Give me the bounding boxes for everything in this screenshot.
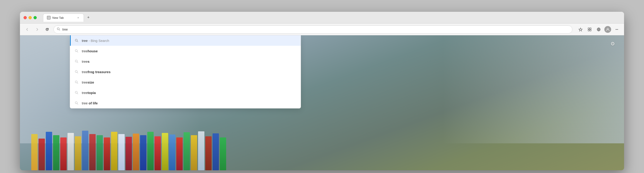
svg-line-21 (77, 62, 78, 63)
svg-rect-2 (49, 16, 50, 18)
dropdown-item-text-0: tree - Bing Search (82, 39, 109, 42)
traffic-lights (24, 16, 37, 19)
svg-rect-4 (49, 18, 50, 19)
svg-line-25 (77, 83, 78, 84)
search-icon-6 (74, 101, 79, 105)
svg-rect-3 (48, 18, 48, 19)
svg-line-29 (77, 104, 78, 104)
search-icon-2 (74, 59, 79, 64)
svg-line-6 (59, 30, 60, 30)
address-bar[interactable]: tree (54, 25, 572, 34)
search-icon-5 (74, 90, 79, 95)
title-bar: New Tab × + (20, 12, 624, 24)
back-button[interactable] (24, 26, 31, 33)
svg-rect-10 (590, 30, 591, 31)
page-content: ⚙ tree - Bing Search (20, 35, 624, 170)
svg-point-13 (616, 29, 616, 30)
maximize-button[interactable] (34, 16, 37, 19)
svg-rect-7 (588, 28, 590, 29)
dropdown-item-trees[interactable]: trees (70, 56, 301, 66)
dropdown-item-text-5: treetopia (82, 91, 96, 95)
svg-point-14 (616, 29, 617, 30)
minimize-button[interactable] (28, 16, 32, 19)
autocomplete-dropdown: tree - Bing Search treehouse (70, 35, 301, 108)
profile-button[interactable] (604, 26, 611, 33)
svg-point-15 (618, 29, 618, 30)
tab-favicon (47, 16, 50, 20)
dropdown-item-tree-of-life[interactable]: tree of life (70, 98, 301, 108)
svg-line-19 (77, 52, 78, 52)
svg-line-17 (77, 41, 78, 42)
svg-rect-8 (590, 28, 591, 29)
collections-button[interactable] (586, 26, 593, 33)
dropdown-item-treesize[interactable]: treesize (70, 77, 301, 88)
close-button[interactable] (24, 16, 27, 19)
favorites-button[interactable] (577, 26, 584, 33)
dropdown-item-treefrog[interactable]: treefrog treasures (70, 66, 301, 77)
address-input[interactable]: tree (62, 28, 569, 31)
dropdown-item-treetopia[interactable]: treetopia (70, 88, 301, 98)
new-tab-button[interactable]: + (85, 14, 92, 21)
tab-label: New Tab (52, 16, 64, 20)
svg-rect-9 (588, 30, 590, 31)
search-icon-1 (74, 49, 79, 53)
toolbar-right (577, 26, 620, 33)
tabs-area: New Tab × + (43, 14, 620, 22)
forward-button[interactable] (34, 26, 41, 33)
svg-line-27 (77, 93, 78, 94)
tab-close-button[interactable]: × (76, 16, 80, 20)
dropdown-item-text-3: treefrog treasures (82, 70, 110, 74)
browser-window: New Tab × + (20, 12, 624, 170)
nav-bar: tree (20, 24, 624, 35)
browser-actions-button[interactable] (595, 26, 602, 33)
address-search-icon (57, 28, 60, 31)
search-icon-4 (74, 80, 79, 84)
svg-line-23 (77, 72, 78, 73)
search-icon-0 (74, 38, 79, 42)
dropdown-item-text-6: tree of life (82, 101, 98, 105)
menu-button[interactable] (613, 26, 620, 33)
active-tab[interactable]: New Tab × (43, 14, 84, 22)
dropdown-item-bing-search[interactable]: tree - Bing Search (70, 35, 301, 46)
dropdown-item-text-2: trees (82, 60, 90, 64)
svg-rect-1 (48, 16, 48, 18)
dropdown-item-treehouse[interactable]: treehouse (70, 46, 301, 56)
settings-gear-button[interactable]: ⚙ (609, 40, 617, 48)
dropdown-item-text-4: treesize (82, 80, 94, 84)
dropdown-item-text-1: treehouse (82, 49, 98, 53)
reload-button[interactable] (44, 26, 51, 33)
search-icon-3 (74, 70, 79, 74)
profile-avatar (604, 26, 611, 33)
